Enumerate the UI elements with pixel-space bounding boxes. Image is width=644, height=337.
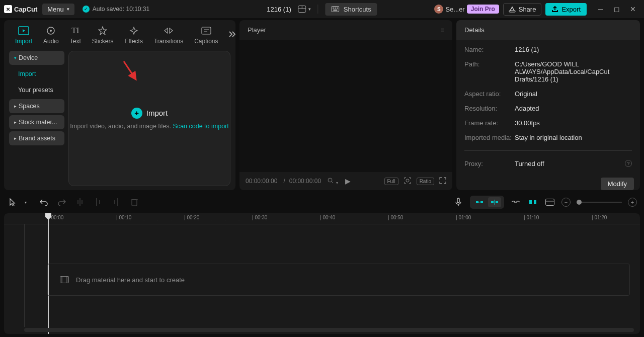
autosave-status: ✓ Auto saved: 10:10:31	[83, 6, 149, 13]
aspect-value: Original	[515, 90, 537, 98]
aspect-label: Aspect ratio:	[464, 90, 515, 98]
delete-button[interactable]	[129, 197, 140, 208]
svg-rect-7	[334, 10, 338, 11]
sidebar-item-spaces[interactable]: ▸Spaces	[9, 99, 64, 113]
layout-button[interactable]: ▾	[298, 6, 311, 13]
chevron-double-right-icon	[228, 31, 236, 38]
menu-button[interactable]: Menu ▾	[42, 4, 74, 15]
proxy-label: Proxy:	[464, 160, 515, 167]
focus-button[interactable]	[404, 177, 412, 186]
svg-rect-28	[132, 200, 137, 206]
link-button[interactable]	[510, 197, 521, 208]
modify-button[interactable]: Modify	[601, 178, 634, 190]
tab-text[interactable]: TI Text	[65, 23, 86, 47]
svg-rect-39	[546, 199, 554, 206]
timeline-tracks[interactable]: Drag material here and start to create	[4, 224, 640, 334]
tab-effects[interactable]: Effects	[119, 23, 147, 47]
mode-magnetic-button[interactable]	[473, 197, 486, 207]
player-menu-icon[interactable]: ≡	[440, 26, 444, 34]
user-block[interactable]: S Se...er Join Pro	[434, 5, 499, 14]
tab-transitions[interactable]: Transitions	[149, 23, 188, 47]
ruler-tick: | 00:30	[252, 215, 267, 220]
trim-left-button[interactable]	[93, 197, 104, 208]
zoom-thumb[interactable]	[577, 200, 582, 205]
sidebar-item-brand[interactable]: ▸Brand assets	[9, 131, 64, 145]
minimize-button[interactable]: ─	[594, 2, 608, 16]
selection-tool[interactable]	[7, 197, 18, 208]
tab-import[interactable]: Import	[10, 23, 37, 47]
titlebar-right: S Se...er Join Pro Share Export ─ ◻ ✕	[434, 2, 640, 16]
path-value: C:/Users/GOOD WILL ALWAYS/AppData/Local/…	[515, 60, 632, 83]
play-button[interactable]: ▶	[345, 177, 351, 185]
export-button[interactable]: Export	[545, 3, 587, 16]
svg-rect-3	[332, 7, 339, 12]
tab-captions[interactable]: Captions	[189, 23, 223, 47]
zoom-slider[interactable]	[577, 202, 622, 203]
share-button[interactable]: Share	[503, 3, 542, 16]
snap-button[interactable]	[527, 197, 538, 208]
fullscreen-button[interactable]	[439, 177, 446, 186]
preview-button[interactable]	[544, 197, 555, 208]
svg-rect-8	[509, 11, 515, 12]
track-mode-toggle	[470, 196, 504, 209]
sidebar-item-presets[interactable]: Your presets	[9, 83, 64, 97]
tab-stickers[interactable]: Stickers	[87, 23, 119, 47]
redo-button[interactable]	[56, 197, 67, 208]
import-description: Import video, audio, and image files. Sc…	[70, 123, 228, 130]
username: Se...er	[445, 6, 464, 13]
sidebar-item-device[interactable]: ▾Device	[9, 51, 64, 65]
shortcuts-button[interactable]: Shortcuts	[326, 3, 377, 16]
sidebar-item-stock[interactable]: ▸Stock mater...	[9, 115, 64, 129]
join-pro-badge[interactable]: Join Pro	[467, 5, 499, 14]
svg-line-17	[124, 61, 136, 79]
import-title: Import	[146, 109, 168, 117]
ratio-button[interactable]: Ratio	[417, 178, 434, 185]
import-dropzone[interactable]: + Import Import video, audio, and image …	[68, 51, 230, 186]
proxy-value: Turned off	[515, 160, 544, 167]
voiceover-button[interactable]	[453, 197, 464, 208]
info-icon[interactable]: ?	[625, 160, 632, 167]
sidebar-item-import[interactable]: Import	[9, 67, 64, 81]
timeline-ruler[interactable]: | 00:00····| 00:10····| 00:20····| 00:30…	[4, 213, 640, 224]
avatar: S	[434, 5, 443, 14]
maximize-button[interactable]: ◻	[610, 2, 624, 16]
mode-free-button[interactable]	[488, 197, 501, 207]
tabs-expand-button[interactable]	[224, 27, 240, 43]
svg-marker-10	[23, 29, 25, 32]
full-button[interactable]: Full	[384, 178, 398, 185]
svg-line-19	[332, 182, 333, 183]
chevron-down-icon: ▾	[67, 7, 69, 12]
name-label: Name:	[464, 46, 515, 53]
timeline-dropzone[interactable]: Drag material here and start to create	[47, 264, 630, 296]
svg-rect-30	[457, 198, 459, 203]
layout-icon	[298, 6, 306, 13]
imported-label: Imported media:	[464, 134, 515, 141]
undo-button[interactable]	[38, 197, 49, 208]
svg-rect-4	[333, 8, 334, 9]
svg-rect-5	[335, 8, 336, 9]
player-controls: 00:00:00:00 / 00:00:00:00 ▾ ▶ Full Ratio	[239, 172, 452, 190]
player-zoom-dropdown[interactable]: ▾	[327, 177, 338, 186]
timeline-toolbar: ▾ − +	[0, 193, 644, 211]
stickers-icon	[98, 25, 107, 36]
window-controls: ─ ◻ ✕	[594, 2, 640, 16]
zoom-out-button[interactable]: −	[561, 198, 571, 207]
zoom-in-button[interactable]: +	[628, 198, 637, 207]
tab-audio[interactable]: Audio	[38, 23, 64, 47]
close-button[interactable]: ✕	[626, 2, 640, 16]
svg-rect-37	[529, 200, 532, 204]
svg-rect-6	[337, 8, 338, 9]
annotation-arrow-icon	[122, 59, 142, 85]
ruler-tick: | 00:20	[184, 215, 199, 220]
svg-point-12	[50, 30, 52, 32]
svg-point-18	[328, 178, 332, 182]
selection-dropdown[interactable]: ▾	[20, 197, 31, 208]
ruler-tick: | 01:20	[592, 215, 607, 220]
trim-right-button[interactable]	[111, 197, 122, 208]
split-button[interactable]	[74, 197, 86, 208]
app-logo: ✕ CapCut	[4, 5, 37, 13]
timeline-scrollbar[interactable]	[24, 328, 634, 332]
svg-rect-32	[480, 201, 483, 203]
scan-code-link[interactable]: Scan code to import	[173, 123, 229, 130]
player-canvas[interactable]	[239, 40, 452, 172]
